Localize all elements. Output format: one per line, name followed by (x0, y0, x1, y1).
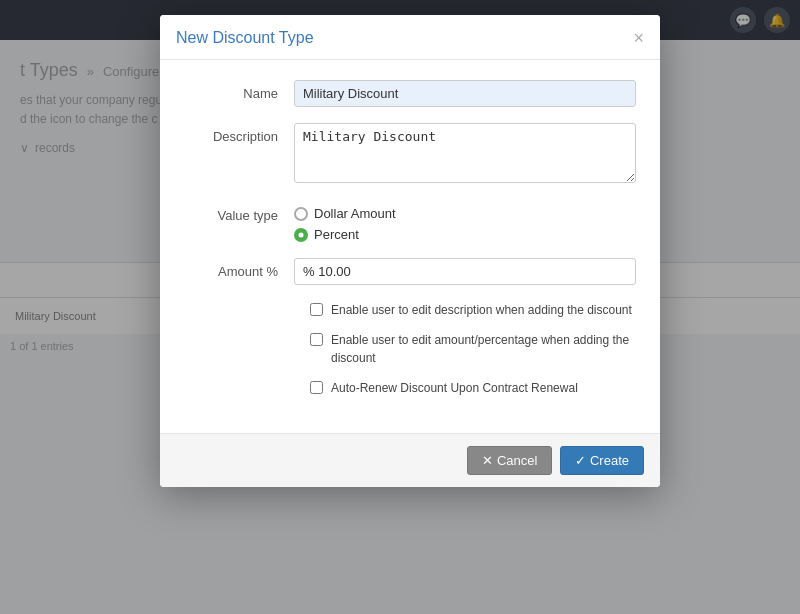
amount-input[interactable] (294, 258, 636, 285)
modal-body: Name Description Military Discount Value… (160, 60, 660, 433)
description-input[interactable]: Military Discount (294, 123, 636, 183)
radio-percent-input[interactable] (294, 228, 308, 242)
radio-dollar-amount: Dollar Amount (294, 206, 636, 221)
name-field-wrapper (294, 80, 636, 107)
create-button[interactable]: ✓ Create (560, 446, 644, 475)
name-input[interactable] (294, 80, 636, 107)
checkbox-edit-description: Enable user to edit description when add… (310, 301, 636, 319)
radio-dollar-label: Dollar Amount (314, 206, 396, 221)
amount-label: Amount % (184, 258, 294, 279)
checkbox-auto-renew-label: Auto-Renew Discount Upon Contract Renewa… (331, 379, 578, 397)
description-row: Description Military Discount (184, 123, 636, 186)
amount-field-wrapper (294, 258, 636, 285)
value-type-options: Dollar Amount Percent (294, 202, 636, 242)
checkbox-auto-renew: Auto-Renew Discount Upon Contract Renewa… (310, 379, 636, 397)
description-label: Description (184, 123, 294, 144)
checkbox-edit-amount-label: Enable user to edit amount/percentage wh… (331, 331, 636, 367)
modal-footer: ✕ Cancel ✓ Create (160, 433, 660, 487)
value-type-row: Value type Dollar Amount Percent (184, 202, 636, 242)
name-label: Name (184, 80, 294, 101)
radio-dollar-input[interactable] (294, 207, 308, 221)
checkbox-edit-description-label: Enable user to edit description when add… (331, 301, 632, 319)
checkbox-edit-description-input[interactable] (310, 303, 323, 316)
radio-percent: Percent (294, 227, 636, 242)
new-discount-type-modal: New Discount Type × Name Description Mil… (160, 15, 660, 487)
checkbox-edit-amount-input[interactable] (310, 333, 323, 346)
amount-row: Amount % (184, 258, 636, 285)
modal-header: New Discount Type × (160, 15, 660, 60)
name-row: Name (184, 80, 636, 107)
cancel-button[interactable]: ✕ Cancel (467, 446, 552, 475)
checkbox-group: Enable user to edit description when add… (310, 301, 636, 397)
modal-close-button[interactable]: × (633, 29, 644, 47)
value-type-label: Value type (184, 202, 294, 223)
modal-title: New Discount Type (176, 29, 314, 47)
checkbox-auto-renew-input[interactable] (310, 381, 323, 394)
description-field-wrapper: Military Discount (294, 123, 636, 186)
checkbox-edit-amount: Enable user to edit amount/percentage wh… (310, 331, 636, 367)
radio-percent-label: Percent (314, 227, 359, 242)
